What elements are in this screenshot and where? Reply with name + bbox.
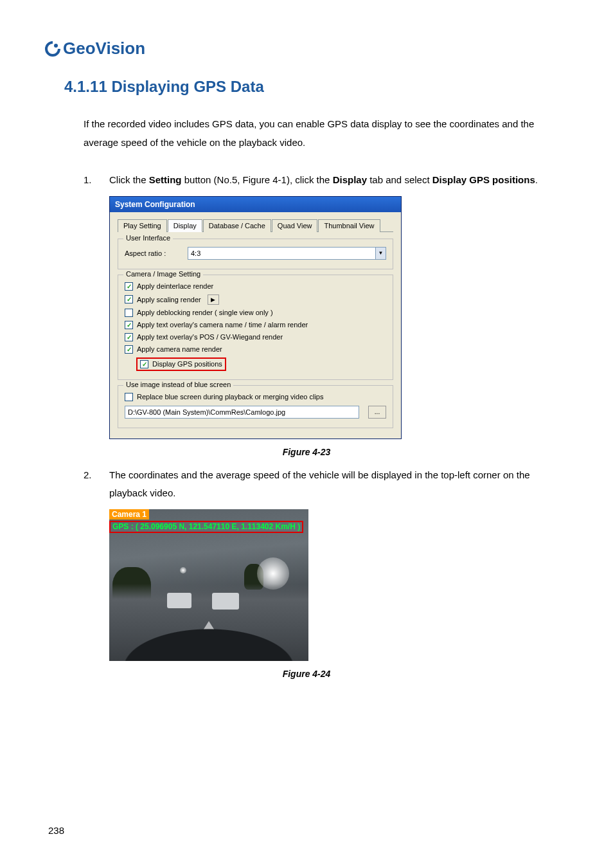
check-label: Apply deblocking render ( single view on… — [137, 309, 273, 316]
check-label: Apply scaling render — [137, 296, 201, 303]
check-overlay-pos[interactable]: ✓ Apply text overlay's POS / GV-Wiegand … — [125, 331, 386, 343]
checkbox-icon: ✓ — [125, 295, 133, 303]
dialog-titlebar: System Configuration — [110, 197, 401, 212]
check-deblocking[interactable]: Apply deblocking render ( single view on… — [125, 307, 386, 319]
aspect-ratio-select[interactable]: 4:3 ▼ — [188, 247, 386, 260]
checkbox-icon: ✓ — [125, 333, 133, 341]
text: button (No.5, Figure 4-1), click the — [182, 174, 333, 185]
text: tab and select — [367, 174, 432, 185]
intro-paragraph: If the recorded video includes GPS data,… — [84, 115, 568, 152]
logo: GeoVision — [45, 39, 568, 59]
system-configuration-dialog: System Configuration Play Setting Displa… — [109, 196, 402, 439]
checkbox-icon: ✓ — [125, 321, 133, 329]
text-bold: Display — [333, 174, 367, 185]
camera-playback-image: Camera 1 GPS : ( 25.096905 N, 121.547110… — [109, 509, 308, 661]
group-blue-screen: Use image instead of blue screen Replace… — [118, 385, 393, 428]
tab-strip: Play Setting Display Database / Cache Qu… — [118, 219, 393, 232]
check-scaling[interactable]: ✓ Apply scaling render ▶ — [125, 293, 386, 307]
step-number: 2. — [84, 466, 109, 503]
aspect-ratio-row: Aspect ratio : 4:3 ▼ — [125, 244, 386, 262]
logo-text: GeoVision — [63, 39, 145, 59]
text-bold: Display GPS positions — [432, 174, 535, 185]
check-label[interactable]: Display GPS positions — [152, 360, 222, 368]
check-deinterlace[interactable]: ✓ Apply deinterlace render — [125, 280, 386, 293]
checkbox-icon — [125, 393, 133, 401]
camera-name-overlay: Camera 1 — [109, 509, 149, 520]
check-label: Apply camera name render — [137, 345, 222, 353]
text: . — [535, 174, 538, 185]
check-label: Apply deinterlace render — [137, 282, 213, 290]
text: Click the — [109, 174, 149, 185]
gps-overlay-highlight: GPS : ( 25.096905 N, 121.547110 E, 1.113… — [109, 521, 303, 533]
group-user-interface: User Interface Aspect ratio : 4:3 ▼ — [118, 239, 393, 269]
checkbox-icon: ✓ — [125, 345, 133, 354]
check-label: Apply text overlay's camera name / time … — [137, 321, 308, 329]
tab-quad-view[interactable]: Quad View — [272, 219, 318, 232]
checkbox-icon — [125, 309, 133, 317]
image-path-input[interactable]: D:\GV-800 (Main System)\CommRes\Camlogo.… — [125, 406, 359, 419]
step-number: 1. — [84, 171, 109, 190]
checkbox-icon: ✓ — [125, 282, 133, 291]
check-label: Apply text overlay's POS / GV-Wiegand re… — [137, 333, 283, 341]
chevron-down-icon: ▼ — [375, 248, 386, 259]
group-camera-image-setting: Camera / Image Setting ✓ Apply deinterla… — [118, 275, 393, 380]
check-display-gps-row: ✓ Display GPS positions — [136, 356, 386, 373]
page-number: 238 — [48, 825, 64, 836]
svg-point-0 — [54, 44, 58, 48]
scene-light — [180, 567, 186, 574]
scene-dashboard — [109, 622, 308, 661]
scene-car — [212, 593, 239, 610]
dialog-body: Play Setting Display Database / Cache Qu… — [110, 212, 401, 439]
image-path-row: D:\GV-800 (Main System)\CommRes\Camlogo.… — [125, 403, 386, 421]
group-title: Camera / Image Setting — [123, 270, 203, 278]
tab-play-setting[interactable]: Play Setting — [118, 219, 167, 232]
tab-thumbnail-view[interactable]: Thumbnail View — [318, 219, 380, 232]
select-value: 4:3 — [188, 249, 375, 257]
figure-caption-4-23: Figure 4-23 — [45, 447, 568, 457]
check-label: Replace blue screen during playback or m… — [137, 393, 323, 401]
figure-4-24: Camera 1 GPS : ( 25.096905 N, 121.547110… — [109, 509, 308, 661]
tab-database-cache[interactable]: Database / Cache — [203, 219, 271, 232]
figure-4-23: System Configuration Play Setting Displa… — [109, 196, 402, 439]
logo-icon — [45, 41, 60, 57]
group-title: User Interface — [123, 234, 173, 242]
gps-overlay-text: GPS : ( 25.096905 N, 121.547110 E, 1.113… — [112, 522, 300, 531]
step-2: 2. The coordinates and the average speed… — [84, 466, 568, 503]
aspect-ratio-label: Aspect ratio : — [125, 249, 182, 257]
group-title: Use image instead of blue screen — [123, 381, 233, 388]
section-heading: 4.1.11 Displaying GPS Data — [64, 78, 568, 96]
step-1: 1. Click the Setting button (No.5, Figur… — [84, 171, 568, 190]
check-overlay-camera[interactable]: ✓ Apply text overlay's camera name / tim… — [125, 319, 386, 331]
scene-car — [167, 593, 191, 608]
checkbox-icon[interactable]: ✓ — [140, 360, 148, 368]
step-body: The coordinates and the average speed of… — [109, 466, 568, 503]
text-bold: Setting — [149, 174, 182, 185]
tab-display[interactable]: Display — [168, 219, 202, 232]
scaling-options-button[interactable]: ▶ — [208, 294, 219, 305]
highlight-box: ✓ Display GPS positions — [136, 357, 226, 371]
figure-caption-4-24: Figure 4-24 — [45, 669, 568, 679]
step-body: Click the Setting button (No.5, Figure 4… — [109, 171, 568, 190]
check-replace-blue[interactable]: Replace blue screen during playback or m… — [125, 391, 386, 403]
check-camera-name[interactable]: ✓ Apply camera name render — [125, 343, 386, 356]
browse-button[interactable]: ... — [368, 406, 386, 419]
